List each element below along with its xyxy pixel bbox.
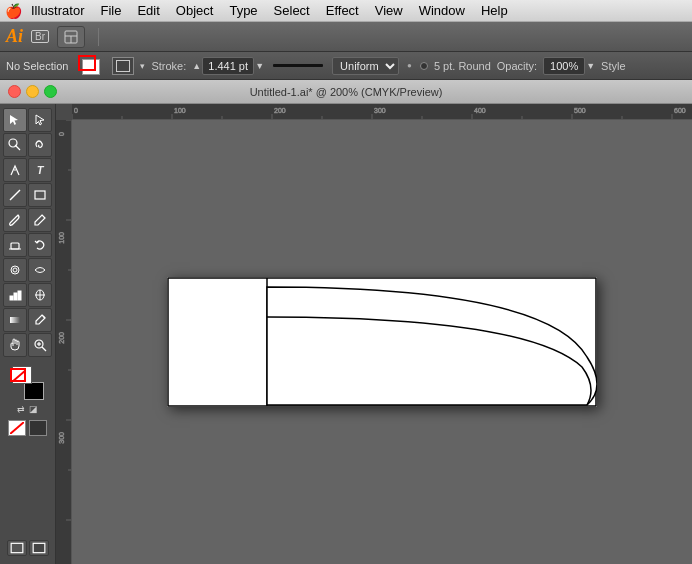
workspace-switcher[interactable]	[57, 26, 85, 48]
window-title-bar: Untitled-1.ai* @ 200% (CMYK/Preview)	[0, 80, 692, 104]
menu-edit[interactable]: Edit	[130, 1, 166, 20]
svg-text:600: 600	[674, 107, 686, 114]
br-badge[interactable]: Br	[31, 30, 49, 43]
opacity-down-btn[interactable]: ▼	[586, 61, 595, 71]
menu-illustrator[interactable]: Illustrator	[24, 1, 91, 20]
rect-tool-btn[interactable]	[28, 183, 52, 207]
mesh-tool-btn[interactable]	[28, 283, 52, 307]
main-toolbar: Ai Br	[0, 22, 692, 52]
svg-text:300: 300	[58, 432, 65, 444]
toolbox: T	[0, 104, 56, 564]
rotate-tool-btn[interactable]	[28, 233, 52, 257]
eraser-btn[interactable]	[3, 233, 27, 257]
fill-color-btn[interactable]	[78, 55, 106, 77]
svg-text:100: 100	[174, 107, 186, 114]
svg-text:200: 200	[274, 107, 286, 114]
paint-brush-btn[interactable]	[3, 208, 27, 232]
menu-effect[interactable]: Effect	[319, 1, 366, 20]
eraser-tools-row	[3, 233, 52, 257]
lasso-tools-row	[3, 133, 52, 157]
svg-line-18	[43, 316, 45, 318]
minimize-button[interactable]	[26, 85, 39, 98]
pencil-tool-btn[interactable]	[28, 208, 52, 232]
pen-tool-btn[interactable]	[3, 158, 27, 182]
background-color-box[interactable]	[24, 382, 44, 400]
column-graph-btn[interactable]	[3, 283, 27, 307]
document-title: Untitled-1.ai* @ 200% (CMYK/Preview)	[250, 86, 443, 98]
graph-tools-row	[3, 283, 52, 307]
direct-selection-tool-btn[interactable]	[28, 108, 52, 132]
svg-point-10	[13, 268, 17, 272]
stroke-cap-indicator	[420, 62, 428, 70]
svg-text:0: 0	[58, 132, 65, 136]
close-button[interactable]	[8, 85, 21, 98]
menu-type[interactable]: Type	[222, 1, 264, 20]
svg-rect-26	[11, 543, 23, 552]
maximize-button[interactable]	[44, 85, 57, 98]
stroke-arrow[interactable]: ▾	[140, 61, 145, 71]
opacity-input[interactable]	[543, 57, 585, 75]
zoom-tool-btn[interactable]	[28, 333, 52, 357]
canvas-area[interactable]: 0 100 200 300 400 500 600	[56, 104, 692, 564]
default-colors-btn[interactable]: ◪	[29, 404, 38, 414]
menu-select[interactable]: Select	[267, 1, 317, 20]
stroke-color-btn[interactable]	[112, 57, 134, 75]
hand-tool-btn[interactable]	[3, 333, 27, 357]
type-tool-btn[interactable]: T	[28, 158, 52, 182]
ruler-vertical: 0 100 200 300	[56, 120, 72, 564]
stroke-type-dropdown[interactable]: Uniform	[332, 57, 399, 75]
menu-help[interactable]: Help	[474, 1, 515, 20]
shape-tools-row	[3, 183, 52, 207]
artboard	[167, 277, 597, 407]
stroke-up-btn[interactable]: ▼	[255, 61, 264, 71]
paint-tools-row	[3, 208, 52, 232]
menu-view[interactable]: View	[368, 1, 410, 20]
gradient-tool-btn[interactable]	[3, 308, 27, 332]
svg-rect-12	[14, 293, 17, 300]
menu-window[interactable]: Window	[412, 1, 472, 20]
svg-rect-13	[18, 291, 21, 300]
artboard-container	[72, 120, 692, 564]
main-layout: T	[0, 104, 692, 564]
selection-tools-row	[3, 108, 52, 132]
eyedropper-btn[interactable]	[28, 308, 52, 332]
svg-text:500: 500	[574, 107, 586, 114]
svg-point-4	[9, 139, 17, 147]
color-mode-btn[interactable]	[8, 420, 26, 436]
svg-rect-17	[10, 317, 20, 323]
color-tools: ⇄ ◪	[4, 362, 52, 436]
warp-tool-btn[interactable]	[3, 258, 27, 282]
line-tool-btn[interactable]	[3, 183, 27, 207]
stroke-down-btn[interactable]: ▲	[192, 61, 201, 71]
ruler-horizontal: 0 100 200 300 400 500 600	[72, 104, 692, 120]
ai-logo: Ai	[6, 26, 23, 47]
pen-tools-row: T	[3, 158, 52, 182]
gradient-tools-row	[3, 308, 52, 332]
menu-file[interactable]: File	[93, 1, 128, 20]
selection-tool-btn[interactable]	[3, 108, 27, 132]
fg-bg-colors	[8, 366, 48, 400]
normal-screen-btn[interactable]	[7, 540, 27, 556]
blend-tool-btn[interactable]	[28, 258, 52, 282]
lasso-tool-btn[interactable]	[28, 133, 52, 157]
swap-colors-btn[interactable]: ⇄	[17, 404, 25, 414]
menu-object[interactable]: Object	[169, 1, 221, 20]
svg-text:200: 200	[58, 332, 65, 344]
svg-rect-6	[35, 191, 45, 199]
svg-point-9	[11, 266, 19, 274]
stroke-input[interactable]	[202, 57, 254, 75]
svg-line-5	[10, 190, 20, 200]
svg-text:100: 100	[58, 232, 65, 244]
stroke-line-preview	[273, 64, 323, 67]
options-bar: No Selection ▾ Stroke: ▲ ▼ Uniform ● 5 p…	[0, 52, 692, 80]
fill-indicator[interactable]	[10, 368, 26, 382]
svg-text:0: 0	[74, 107, 78, 114]
full-screen-btn[interactable]	[29, 540, 49, 556]
stroke-label: Stroke:	[151, 60, 186, 72]
gradient-mode-btn[interactable]	[29, 420, 47, 436]
magic-wand-btn[interactable]	[3, 133, 27, 157]
svg-line-23	[12, 370, 26, 382]
selection-status: No Selection	[6, 60, 68, 72]
apple-menu[interactable]: 🍎	[4, 2, 22, 20]
svg-rect-27	[33, 543, 45, 552]
